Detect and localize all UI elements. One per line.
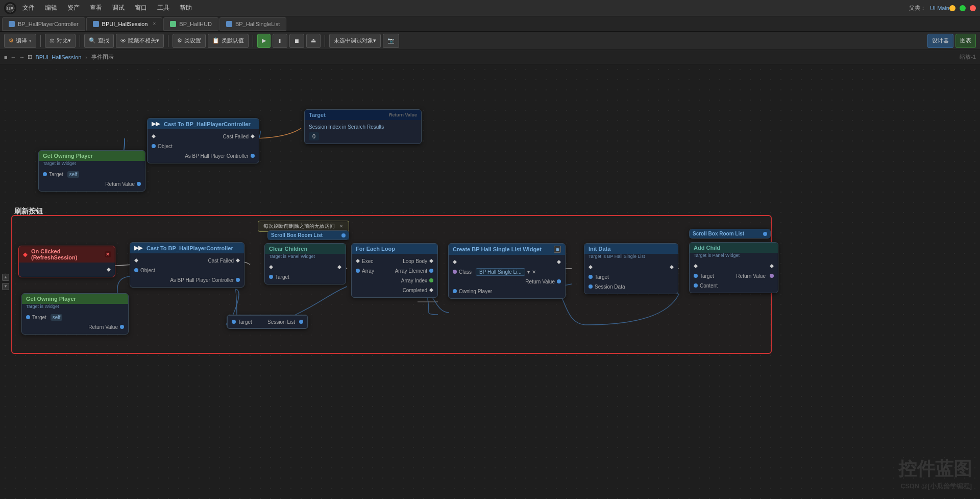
canvas[interactable]: ▲ ▼ Get Owning Player Target is Widget T… [0,64,980,499]
watermark: 控件蓝图 CSDN @[小瓜倫学编程] [898,457,972,491]
menu-window[interactable]: 窗口 [133,3,149,13]
stop-button[interactable]: ⏹ [289,34,304,48]
node-init-data[interactable]: Init Data Target is BP Hall Single List … [584,243,678,294]
node-session-list-pin[interactable]: Target Session List [227,315,308,329]
find-button[interactable]: 🔍 查找 [84,34,114,48]
pin-dot-right [120,325,124,329]
nav-down[interactable]: ▼ [2,283,9,290]
nav-up[interactable]: ▲ [2,274,9,281]
exec-dot [356,259,360,263]
node-body [19,263,115,277]
eject-button[interactable]: ⏏ [306,34,321,48]
exec-dot [269,265,273,269]
node-clear-children[interactable]: Clear Children Target is Panel Widget Ta… [264,243,346,284]
class-settings-button[interactable]: ⚙ 类设置 [173,34,206,48]
node-get-owning-player-top[interactable]: Get Owning Player Target is Widget Targe… [38,150,145,192]
tab-bpui-hall[interactable]: BPUI_HallSession × [86,17,163,31]
zoom-level: 缩放-1 [960,53,976,61]
compile-button[interactable]: ⚙ 编译 ▾ [4,34,36,48]
sep2 [80,35,80,47]
exec-dot [670,265,674,269]
breadcrumb-sep: › [85,54,87,60]
back-button[interactable]: ← [10,54,16,60]
node-title: Scroll Box Room List [693,231,744,236]
pin-dot [152,144,156,148]
node-for-each-loop[interactable]: For Each Loop Exec Loop Body Array [351,243,438,298]
node-scroll-box-top[interactable]: Scroll Box Room List [267,230,349,240]
pin-target: Target [589,273,674,281]
pin-target: Target Return Value [694,272,774,280]
minimize-button[interactable] [949,5,955,11]
class-default-button[interactable]: 📋 类默认值 [208,34,249,48]
hide-unrelated-button[interactable]: 👁 隐藏不相关▾ [116,34,164,48]
pin-exec-out [23,266,111,274]
tab-bp-hall-player[interactable]: BP_HallPlayerController [2,17,85,31]
node-subtitle: Target is Widget [39,161,145,167]
pin-session-data: Session Data [589,282,674,291]
pin-exec-out [557,258,561,266]
menu-view[interactable]: 查看 [88,3,104,13]
designer-button[interactable]: 设计器 [927,34,953,48]
node-header: Create BP Hall Single List Widget ⊞ [449,244,565,255]
exec-dot [589,265,593,269]
menu-edit[interactable]: 编辑 [43,3,59,13]
node-body: Class BP Hall Single Li... ▾ ✕ Return Va… [449,255,565,298]
camera-icon: 📷 [387,37,395,44]
tab-right-info: 父类： UI Main [909,4,949,12]
parent-class-label: 父类： [909,4,926,12]
menu-help[interactable]: 帮助 [178,3,194,13]
pin-class: Class BP Hall Single Li... ▾ ✕ [453,268,561,276]
node-cast-top[interactable]: ▶▶ Cast To BP_HallPlayerController Cast … [147,118,259,163]
menu-tools[interactable]: 工具 [155,3,172,13]
node-get-owning-player-bottom[interactable]: Get Owning Player Target is Widget Targe… [21,293,129,335]
node-cast-group[interactable]: ▶▶ Cast To BP_HallPlayerController Cast … [130,242,244,288]
tab-bp-hall-hud[interactable]: BP_HallHUD [163,17,218,31]
node-subtitle: Target is BP Hall Single List [584,254,678,260]
pin-object: Object [152,142,255,150]
tab-bp-hall-single[interactable]: BP_HallSingleList [219,17,286,31]
menu-file[interactable]: 文件 [20,3,37,13]
node-scroll-box-bottom[interactable]: Scroll Box Room List [689,229,771,239]
tab-close-bpui[interactable]: × [153,21,156,27]
play-button[interactable]: ▶ [257,34,271,48]
node-add-child[interactable]: Add Child Target is Panel Widget Target … [689,242,778,293]
compare-icon: ⚖ [50,37,55,44]
sep3 [168,35,168,47]
watermark-subtitle: CSDN @[小瓜倫学编程] [898,482,972,491]
compare-button[interactable]: ⚖ 对比▾ [45,34,76,48]
pin-dot [763,232,767,236]
grid-button[interactable]: ⊞ [28,54,32,60]
close-button[interactable] [970,5,976,11]
menu-debug[interactable]: 调试 [110,3,127,13]
left-nav-arrows[interactable]: ▲ ▼ [2,274,9,290]
graph-button[interactable]: 图表 [955,34,976,48]
forward-button[interactable]: → [19,54,24,60]
pin-dot [694,274,698,278]
menu-assets[interactable]: 资产 [65,3,82,13]
pin-dot [694,283,698,288]
pin-completed: Completed [356,286,433,294]
node-create-widget[interactable]: Create BP Hall Single List Widget ⊞ Clas… [448,243,566,299]
pin-cast-failed: Cast Failed [208,256,240,265]
hide-icon: 👁 [120,38,126,44]
exec-dot [429,259,433,263]
node-title: On Clicked (RefreshSession) [31,248,103,260]
debug-target-dropdown[interactable]: 未选中调试对象▾ [329,34,381,48]
default-icon: 📋 [212,37,219,44]
exec-dot [770,264,774,268]
pin-dot-right [251,134,255,138]
maximize-button[interactable] [960,5,966,11]
node-title: Get Owning Player [26,296,76,302]
pin-dot-right [429,269,433,273]
camera-button[interactable]: 📷 [383,34,399,48]
bp-name-breadcrumb[interactable]: BPUI_HallSession [35,54,81,60]
node-title: Scroll Box Room List [271,232,323,238]
exec-dot [557,260,561,264]
node-title: Target [309,112,326,118]
pause-button[interactable]: ⏸ [273,34,287,48]
panel-toggle[interactable]: ≡ [4,54,7,60]
node-on-clicked[interactable]: ◆ On Clicked (RefreshSession) ✕ [18,246,115,277]
pin-dot [269,275,273,279]
pin-dot-right [557,279,561,283]
node-session-index[interactable]: Target Return Value Session Index in Ser… [304,109,422,144]
